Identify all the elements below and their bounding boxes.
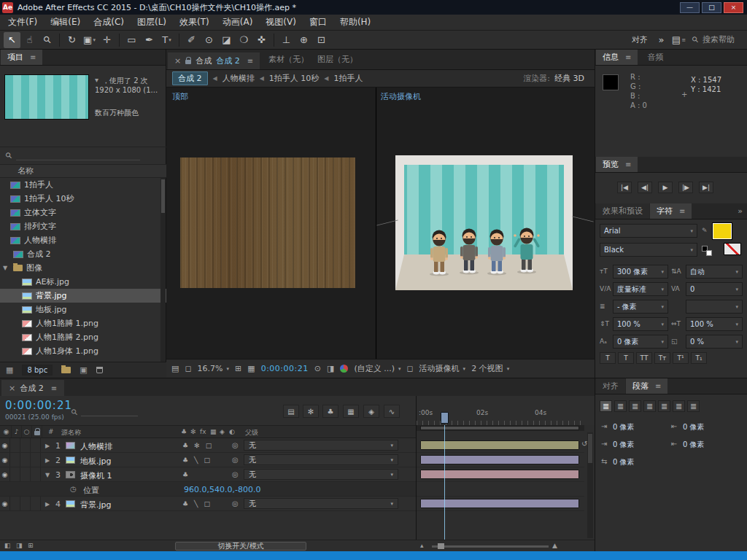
project-item-selected[interactable]: 背景.jpg — [0, 289, 166, 303]
parent-pickwhip-icon[interactable]: ◎ — [232, 499, 239, 508]
view-layout-dropdown[interactable]: 2 个视图 ▾ — [471, 363, 509, 374]
camera-tool-icon[interactable]: ▣▾ — [81, 32, 98, 48]
shy-switch[interactable]: ♣ — [182, 456, 188, 464]
tracking-dropdown[interactable]: 0 ▾ — [686, 282, 743, 296]
solo-toggle[interactable] — [20, 467, 31, 481]
time-ruler[interactable]: :00s 02s 04s — [416, 396, 595, 425]
first-frame-button[interactable]: |◀ — [617, 182, 632, 193]
video-toggle[interactable]: ◉ — [0, 467, 10, 481]
project-search-input[interactable] — [16, 152, 140, 160]
interpret-footage-icon[interactable]: ▦ — [6, 365, 13, 375]
parent-dropdown[interactable]: 无▾ — [244, 498, 398, 509]
breadcrumb-item[interactable]: 1拍手人 10秒 — [269, 73, 320, 84]
fill-color-swatch[interactable] — [712, 222, 732, 240]
timeline-zoom-slider[interactable] — [432, 545, 549, 548]
breadcrumb-item[interactable]: 1拍手人 — [333, 73, 363, 84]
solo-toggle[interactable] — [20, 497, 31, 510]
superscript-toggle[interactable]: T¹ — [673, 352, 689, 364]
shape-tool-icon[interactable]: ▭ — [123, 32, 140, 48]
new-folder-icon[interactable] — [61, 367, 71, 373]
trash-icon[interactable] — [96, 367, 103, 373]
kerning-dropdown[interactable]: 度量标准 ▾ — [613, 282, 668, 296]
audio-toggle[interactable] — [10, 467, 20, 481]
project-scrollbar[interactable] — [160, 178, 166, 362]
frame-blend-button[interactable]: ▦ — [343, 405, 359, 418]
resolution-dropdown[interactable]: (自定义 ...) ▾ — [354, 363, 400, 374]
parent-pickwhip-icon[interactable]: ◎ — [232, 470, 239, 478]
stopwatch-icon[interactable]: ◷ — [70, 485, 77, 493]
folder-twirl-icon[interactable]: ▼ — [3, 265, 9, 271]
3d-switch[interactable]: □ — [204, 500, 211, 508]
timeline-vertical-scrollbar[interactable] — [587, 432, 593, 538]
zoom-tool-icon[interactable]: ⚲ — [39, 32, 55, 48]
stroke-width-dropdown[interactable]: - 像素 ▾ — [613, 300, 668, 314]
breadcrumb-item[interactable]: 人物横排 — [222, 73, 255, 84]
workspace-overflow-icon[interactable]: » — [653, 32, 670, 48]
layer-switches[interactable]: ♣ — [182, 471, 188, 478]
close-button[interactable]: × — [724, 2, 743, 13]
region-of-interest-icon[interactable]: ◻ — [406, 364, 413, 373]
panel-menu-icon[interactable]: ≡ — [247, 57, 253, 65]
project-item[interactable]: 立体文字 — [0, 206, 166, 219]
layer-row[interactable]: ◉ ▶ 1 人物横排 ♣✻□ ◎ 无▾ — [0, 438, 416, 453]
audio-toggle[interactable] — [10, 438, 20, 452]
layer-row[interactable]: ◉ ▶ 4 背景.jpg ♣╲□ ◎ 无▾ — [0, 497, 416, 511]
stroke-color-swatch[interactable] — [724, 243, 741, 255]
renderer-value[interactable]: 经典 3D — [554, 73, 584, 84]
clone-stamp-tool-icon[interactable]: ⊙ — [201, 32, 217, 48]
font-style-dropdown[interactable]: Black ▾ — [600, 243, 697, 257]
justify-all-button[interactable]: ≣ — [687, 400, 700, 412]
align-left-button[interactable]: ≣ — [600, 400, 612, 412]
lock-toggle[interactable] — [31, 438, 41, 452]
project-item[interactable]: 人物横排 — [0, 233, 166, 247]
lock-icon[interactable] — [185, 60, 191, 64]
roto-brush-tool-icon[interactable]: ❍ — [236, 32, 252, 48]
tab-paragraph[interactable]: 段落 ≡ — [626, 378, 667, 394]
first-line-indent-value[interactable]: 0 像素 — [613, 457, 635, 467]
twirl-icon[interactable]: ▶ — [45, 443, 50, 449]
graph-editor-button[interactable]: ∿ — [384, 405, 400, 418]
usage-caret[interactable]: ▾ — [95, 76, 98, 84]
name-column-header[interactable]: 名称 — [18, 166, 34, 176]
parent-dropdown[interactable]: 无▾ — [244, 440, 398, 451]
help-search-field[interactable]: ⚲ 搜索帮助 — [692, 34, 735, 45]
project-item-folder[interactable]: ▼图像 — [0, 261, 166, 275]
layer-name[interactable]: 摄像机 1 — [80, 470, 112, 481]
type-tool-icon[interactable]: T▾ — [158, 32, 175, 48]
layer-name[interactable]: 人物横排 — [80, 441, 112, 452]
expand-transfer-pane-icon[interactable]: ⊞ — [28, 542, 34, 549]
menu-layer[interactable]: 图层(L) — [131, 14, 173, 31]
parent-column-header[interactable]: 父级 — [245, 428, 258, 438]
zoom-in-icon[interactable]: ▲ — [552, 542, 557, 549]
menu-view[interactable]: 视图(V) — [259, 14, 303, 31]
project-item[interactable]: 人物1胳膊 1.png — [0, 316, 166, 330]
top-view-image[interactable] — [180, 158, 355, 288]
previous-frame-button[interactable]: ◀| — [638, 182, 652, 193]
solo-toggle[interactable] — [20, 453, 31, 467]
panel-menu-icon[interactable]: ≡ — [679, 207, 685, 215]
project-search-field[interactable]: ⚲ — [0, 147, 166, 165]
new-composition-icon[interactable]: ▣ — [80, 365, 87, 375]
world-axis-mode-icon[interactable]: ⊕ — [295, 32, 312, 48]
grid-guides-icon[interactable]: ⊞ — [235, 364, 241, 373]
panel-menu-icon[interactable]: ≡ — [625, 53, 631, 61]
collapse-switch[interactable]: ✻ — [194, 442, 200, 449]
work-area-bar[interactable] — [417, 425, 584, 431]
shy-switch[interactable]: ♣ — [182, 442, 188, 449]
lock-toggle[interactable] — [31, 453, 41, 467]
mini-flowchart-icon[interactable]: ▤ — [171, 364, 179, 373]
bit-depth-button[interactable]: 8 bpc — [22, 365, 53, 376]
eraser-tool-icon[interactable]: ◪ — [218, 32, 235, 48]
local-axis-mode-icon[interactable]: ⊥ — [278, 32, 295, 48]
tab-layer[interactable]: 图层（无） — [317, 54, 357, 65]
align-right-button[interactable]: ≣ — [629, 400, 641, 412]
stroke-style-dropdown[interactable]: ▾ — [686, 300, 743, 314]
layer-name[interactable]: 背景.jpg — [80, 499, 112, 510]
puppet-pin-tool-icon[interactable]: ✜ — [253, 32, 270, 48]
play-button[interactable]: ▶ — [658, 182, 673, 193]
project-item[interactable]: 人物1胳膊 2.png — [0, 330, 166, 344]
leading-dropdown[interactable]: 自动 ▾ — [686, 265, 743, 279]
audio-toggle[interactable] — [10, 497, 20, 510]
pen-tool-icon[interactable]: ✒ — [141, 32, 158, 48]
project-list-header[interactable]: 名称 — [0, 165, 166, 178]
